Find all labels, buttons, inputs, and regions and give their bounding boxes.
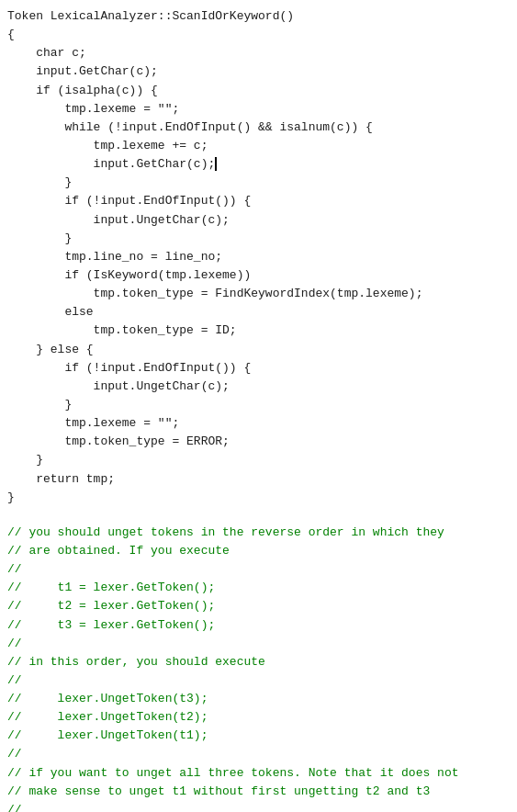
comment-line: // bbox=[0, 560, 517, 579]
code-line: tmp.lexeme = ""; bbox=[0, 100, 517, 118]
comment-line: // are obtained. If you execute bbox=[0, 542, 517, 560]
code-line: } bbox=[0, 174, 517, 192]
code-line: } bbox=[0, 396, 517, 414]
code-line: } else { bbox=[0, 341, 517, 359]
code-line: return tmp; bbox=[0, 470, 517, 489]
comment-line: // in this order, you should execute bbox=[0, 653, 517, 671]
comment-line: // bbox=[0, 801, 517, 812]
comment-line: // bbox=[0, 671, 517, 690]
code-line: Token LexicalAnalyzer::ScanIdOrKeyword() bbox=[0, 7, 517, 26]
code-line: tmp.token_type = FindKeywordIndex(tmp.le… bbox=[0, 285, 517, 303]
comment-line: // you should unget tokens in the revers… bbox=[0, 524, 517, 542]
code-line: tmp.lexeme += c; bbox=[0, 137, 517, 155]
code-line: else bbox=[0, 303, 517, 321]
comment-line: // t3 = lexer.GetToken(); bbox=[0, 616, 517, 635]
code-line: if (!input.EndOfInput()) { bbox=[0, 359, 517, 378]
comment-line: // t1 = lexer.GetToken(); bbox=[0, 579, 517, 597]
code-line: tmp.line_no = line_no; bbox=[0, 248, 517, 266]
code-block: Token LexicalAnalyzer::ScanIdOrKeyword()… bbox=[0, 7, 517, 507]
comment-line: // lexer.UngetToken(t1); bbox=[0, 727, 517, 745]
code-line: } bbox=[0, 451, 517, 469]
code-editor: Token LexicalAnalyzer::ScanIdOrKeyword()… bbox=[0, 0, 517, 812]
comment-line: // lexer.UngetToken(t2); bbox=[0, 708, 517, 727]
comment-line: // bbox=[0, 745, 517, 763]
code-line: if (!input.EndOfInput()) { bbox=[0, 192, 517, 210]
code-line: input.UngetChar(c); bbox=[0, 378, 517, 396]
code-line: { bbox=[0, 26, 517, 44]
code-line: if (IsKeyword(tmp.lexeme)) bbox=[0, 266, 517, 285]
code-line: tmp.token_type = ERROR; bbox=[0, 433, 517, 451]
code-line: input.GetChar(c); bbox=[0, 62, 517, 81]
code-line: } bbox=[0, 489, 517, 507]
comment-line: // t2 = lexer.GetToken(); bbox=[0, 597, 517, 615]
code-line: if (isalpha(c)) { bbox=[0, 82, 517, 100]
comment-line: // if you want to unget all three tokens… bbox=[0, 764, 517, 783]
code-line: tmp.lexeme = ""; bbox=[0, 414, 517, 433]
code-line: while (!input.EndOfInput() && isalnum(c)… bbox=[0, 118, 517, 137]
code-line: char c; bbox=[0, 44, 517, 62]
comment-block: // you should unget tokens in the revers… bbox=[0, 524, 517, 812]
code-line: } bbox=[0, 230, 517, 248]
code-line: input.UngetChar(c); bbox=[0, 211, 517, 230]
divider bbox=[0, 507, 517, 524]
comment-line: // lexer.UngetToken(t3); bbox=[0, 690, 517, 708]
comment-line: // bbox=[0, 635, 517, 653]
text-cursor bbox=[215, 157, 217, 171]
comment-line: // make sense to unget t1 without first … bbox=[0, 783, 517, 801]
code-line: input.GetChar(c); bbox=[0, 155, 517, 174]
code-line: tmp.token_type = ID; bbox=[0, 321, 517, 340]
